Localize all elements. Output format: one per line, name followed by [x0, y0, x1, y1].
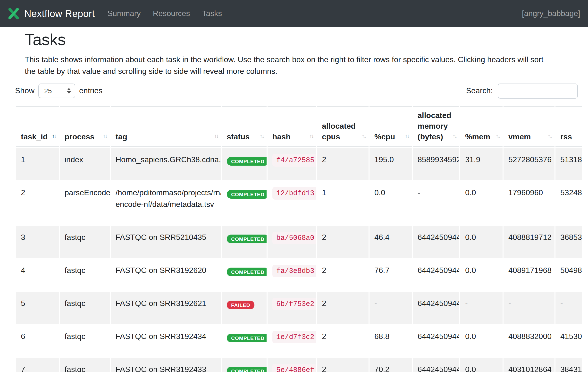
status-badge: COMPLETED: [227, 190, 267, 199]
cell-cpus: 2: [317, 147, 368, 180]
brand-title: Nextflow Report: [24, 8, 95, 19]
cell-vmem: 4088819712: [504, 225, 555, 258]
column-header-pcpu[interactable]: %cpu ↑↓: [369, 106, 412, 147]
column-header-process[interactable]: process ↑↓: [60, 106, 110, 147]
nav-link-resources[interactable]: Resources: [153, 9, 190, 18]
cell-pmem: 0.0: [460, 357, 503, 372]
cell-tag: FASTQC on SRR3192621: [111, 291, 221, 324]
column-header-allocated-memory[interactable]: allocated memory (bytes) ↑↓: [413, 106, 459, 147]
cell-mem: 6442450944: [413, 357, 459, 372]
cell-vmem: 4089171968: [504, 258, 555, 291]
hash-code: f4/a72585: [273, 154, 316, 166]
cell-process: fastqc: [60, 324, 110, 357]
cell-process: fastqc: [60, 357, 110, 372]
nav-link-tasks[interactable]: Tasks: [202, 9, 222, 18]
cell-vmem: 4031012864: [504, 357, 555, 372]
cell-mem: -: [413, 180, 459, 225]
cell-pcpu: 76.7: [369, 258, 412, 291]
cell-rss: 38431: [556, 357, 582, 372]
cell-mem: 8589934592: [413, 147, 459, 180]
cell-cpus: 2: [317, 324, 368, 357]
column-header-pmem[interactable]: %mem ↑↓: [460, 106, 503, 147]
cell-tag: FASTQC on SRR5210435: [111, 225, 221, 258]
cell-process: parseEncode: [60, 180, 110, 225]
table-row: 4fastqcFASTQC on SRR3192620COMPLETEDfa/3…: [16, 258, 582, 291]
sort-icon: ↑↓: [309, 130, 313, 141]
cell-pmem: 0.0: [460, 258, 503, 291]
column-header-vmem[interactable]: vmem ↑↓: [504, 106, 555, 147]
cell-process: fastqc: [60, 225, 110, 258]
cell-process: index: [60, 147, 110, 180]
cell-vmem: 4088832000: [504, 324, 555, 357]
nav-link-summary[interactable]: Summary: [107, 9, 141, 18]
cell-tag: FASTQC on SRR3192620: [111, 258, 221, 291]
cell-pcpu: 195.0: [369, 147, 412, 180]
column-header-status[interactable]: status ↑↓: [222, 106, 267, 147]
column-header-task_id[interactable]: task_id ↑↓: [16, 106, 59, 147]
table-controls: Show 25 entries Search:: [15, 83, 582, 98]
column-header-tag[interactable]: tag ↑↓: [111, 106, 221, 147]
cell-hash: 12/bdfd13: [268, 180, 316, 225]
cell-status: COMPLETED: [222, 180, 267, 225]
column-header-rss[interactable]: rss ↑↓: [556, 106, 582, 147]
cell-pmem: -: [460, 291, 503, 324]
column-header-hash[interactable]: hash ↑↓: [268, 106, 316, 147]
page-size-value: 25: [44, 87, 52, 95]
cell-status: COMPLETED: [222, 258, 267, 291]
select-stepper-icon: [67, 88, 71, 94]
cell-pcpu: 68.8: [369, 324, 412, 357]
sort-icon: ↑↓: [452, 130, 456, 141]
cell-hash: 1e/d7f3c2: [268, 324, 316, 357]
search-input[interactable]: [498, 83, 578, 98]
tasks-table: task_id ↑↓ process ↑↓ tag ↑↓ status ↑↓ h…: [15, 106, 582, 372]
column-header-allocated-cpus[interactable]: allocated cpus ↑↓: [317, 106, 368, 147]
cell-cpus: 2: [317, 258, 368, 291]
cell-cpus: 2: [317, 291, 368, 324]
hash-code: 6b/f753e2: [273, 298, 316, 310]
table-header: task_id ↑↓ process ↑↓ tag ↑↓ status ↑↓ h…: [16, 106, 582, 147]
cell-cpus: 2: [317, 225, 368, 258]
table-row: 7fastqcFASTQC on SRR3192433COMPLETED5e/4…: [16, 357, 582, 372]
cell-hash: 6b/f753e2: [268, 291, 316, 324]
hash-code: ba/5068a0: [273, 231, 316, 244]
navbar-links: Summary Resources Tasks: [107, 9, 222, 18]
cell-task_id: 5: [16, 291, 59, 324]
cell-rss: 51318: [556, 147, 582, 180]
cell-rss: -: [556, 291, 582, 324]
sort-icon: ↑↓: [214, 130, 218, 141]
cell-pcpu: 0.0: [369, 180, 412, 225]
tasks-table-container[interactable]: task_id ↑↓ process ↑↓ tag ↑↓ status ↑↓ h…: [15, 106, 582, 372]
cell-tag: FASTQC on SRR3192434: [111, 324, 221, 357]
sort-icon: ↑↓: [548, 130, 552, 141]
cell-task_id: 1: [16, 147, 59, 180]
show-label: Show: [15, 86, 34, 95]
cell-tag: FASTQC on SRR3192433: [111, 357, 221, 372]
cell-status: FAILED: [222, 291, 267, 324]
cell-pcpu: -: [369, 291, 412, 324]
table-row: 1indexHomo_sapiens.GRCh38.cdna.all.fa.gz…: [16, 147, 582, 180]
cell-task_id: 3: [16, 225, 59, 258]
session-name: [angry_babbage]: [522, 9, 580, 18]
cell-task_id: 6: [16, 324, 59, 357]
cell-mem: 6442450944: [413, 324, 459, 357]
page-description: This table shows information about each …: [25, 54, 554, 77]
status-badge: FAILED: [227, 300, 254, 309]
cell-status: COMPLETED: [222, 225, 267, 258]
cell-pmem: 0.0: [460, 324, 503, 357]
page-title: Tasks: [25, 30, 582, 49]
cell-pcpu: 46.4: [369, 225, 412, 258]
cell-mem: 6442450944: [413, 258, 459, 291]
cell-task_id: 7: [16, 357, 59, 372]
cell-vmem: 5272805376: [504, 147, 555, 180]
cell-cpus: 2: [317, 357, 368, 372]
status-badge: COMPLETED: [227, 157, 267, 166]
sort-icon: ↑↓: [362, 130, 366, 141]
nextflow-report-page: Nextflow Report Summary Resources Tasks …: [0, 0, 588, 372]
cell-rss: 41530: [556, 324, 582, 357]
navbar-brand[interactable]: Nextflow Report: [8, 8, 95, 20]
cell-pcpu: 70.2: [369, 357, 412, 372]
cell-mem: 6442450944: [413, 291, 459, 324]
navbar: Nextflow Report Summary Resources Tasks …: [0, 0, 588, 27]
page-size-select[interactable]: 25: [38, 84, 75, 98]
cell-task_id: 4: [16, 258, 59, 291]
